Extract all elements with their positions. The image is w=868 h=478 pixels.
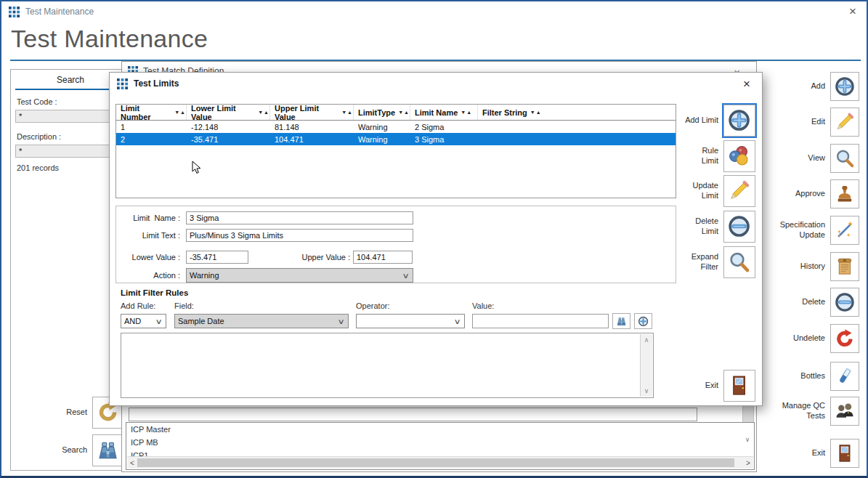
chevron-down-icon: ∨ — [402, 272, 409, 280]
view-button[interactable] — [830, 144, 859, 173]
expand-filter-button[interactable] — [723, 246, 755, 278]
delete-limit-label: Delete Limit — [684, 216, 718, 237]
column-header-limit-number[interactable]: Limit Number▼▲ — [116, 105, 187, 120]
update-limit-button[interactable] — [723, 175, 755, 207]
action-approve: Approve — [795, 179, 859, 208]
action-label: Action : — [153, 271, 180, 280]
column-header-limit-name[interactable]: Limit Name▼▲ — [410, 105, 478, 120]
action-delete: Delete — [802, 288, 859, 317]
column-header-lower-limit-value[interactable]: Lower Limit Value▼▲ — [187, 105, 270, 120]
add-filter-rule-button[interactable] — [634, 313, 652, 329]
find-value-button[interactable] — [612, 313, 630, 329]
approve-button[interactable] — [830, 179, 859, 208]
delete-limit-button[interactable] — [723, 211, 755, 243]
undelete-button[interactable] — [830, 324, 859, 353]
add-button[interactable] — [830, 72, 859, 101]
column-header-limit-type[interactable]: LimitType▼▲ — [354, 105, 410, 120]
sort-icons[interactable]: ▼▲ — [398, 110, 410, 115]
scroll-left-icon[interactable]: < — [127, 459, 137, 467]
add-rule-label: Add Rule: — [121, 301, 155, 310]
filter-expression-box[interactable]: ∧ ∨ — [121, 333, 654, 398]
window-close-icon[interactable]: × — [845, 4, 861, 18]
limit-name-label: Limit Name : — [133, 214, 180, 222]
scroll-down-icon[interactable]: ∨ — [742, 436, 753, 443]
upper-value-label: Upper Value : — [296, 253, 350, 262]
dialog-exit-label: Exit — [684, 381, 718, 391]
column-header-upper-limit-value[interactable]: Upper Limit Value▼▲ — [270, 105, 354, 120]
magic-wand-icon — [835, 220, 855, 240]
magnifier-icon — [835, 148, 855, 169]
dialog-exit-row: Exit — [676, 370, 755, 402]
action-view-label: View — [808, 153, 825, 163]
red-undo-arrow-icon — [835, 328, 855, 349]
upper-value-input[interactable] — [353, 251, 413, 264]
search-row: Search — [62, 434, 124, 466]
test-match-field-input[interactable] — [129, 408, 697, 421]
delete-button[interactable] — [830, 288, 859, 317]
action-specification-update: Specification Update — [770, 216, 859, 245]
action-select[interactable]: Warning ∨ — [186, 268, 413, 283]
sort-icons[interactable]: ▼▲ — [530, 110, 542, 115]
reset-label: Reset — [66, 408, 87, 418]
scroll-up-icon[interactable]: ∧ — [641, 336, 652, 344]
vertical-scrollbar[interactable]: ∧ ∨ — [640, 334, 652, 397]
list-item[interactable]: ICP Master — [126, 423, 754, 435]
limit-text-input[interactable] — [186, 229, 413, 242]
list-item[interactable]: ICP MB — [126, 435, 754, 448]
add-limit-button[interactable] — [723, 105, 755, 137]
action-manage-qc-tests: Manage QC Tests — [774, 397, 859, 426]
limit-name-input[interactable] — [186, 211, 413, 224]
manage-qc-tests-button[interactable] — [830, 397, 859, 426]
rule-limit-button[interactable] — [723, 140, 755, 172]
search-button[interactable] — [92, 434, 124, 466]
binoculars-icon — [97, 439, 119, 461]
app-titlebar: Test Maintenance — [1, 1, 867, 22]
filter-value-input[interactable] — [472, 314, 609, 328]
specification-update-button[interactable] — [830, 216, 859, 245]
scroll-down-icon[interactable]: ∨ — [641, 387, 652, 394]
app-window: Test Maintenance × Test Maintenance Sear… — [0, 0, 868, 478]
rule-limit-row: Rule Limit — [676, 140, 755, 172]
sort-icons[interactable]: ▼▲ — [258, 110, 269, 115]
dialog-close-icon[interactable]: × — [739, 77, 755, 91]
search-label: Search — [62, 445, 87, 455]
mouse-cursor — [192, 161, 201, 174]
action-edit-label: Edit — [811, 117, 825, 127]
dialog-exit-button[interactable] — [723, 370, 755, 402]
bottles-button[interactable] — [830, 362, 859, 391]
three-balls-icon — [728, 145, 750, 167]
update-limit-label: Update Limit — [684, 181, 718, 201]
action-manage-qc-tests-label: Manage QC Tests — [774, 401, 825, 421]
lower-value-label: Lower Value : — [132, 253, 180, 262]
field-select[interactable]: Sample Date ∨ — [174, 314, 349, 328]
records-count: 201 records — [17, 163, 59, 172]
table-row-selected[interactable]: 2 -35.471 104.471 Warning 3 Sigma — [116, 133, 676, 145]
scroll-right-icon[interactable]: > — [743, 459, 753, 467]
sort-icons[interactable]: ▼▲ — [461, 110, 472, 115]
sort-icons[interactable]: ▼▲ — [341, 110, 353, 115]
sort-icons[interactable]: ▼▲ — [174, 110, 186, 115]
table-row[interactable]: 1 -12.148 81.148 Warning 2 Sigma — [116, 121, 676, 133]
action-history-label: History — [800, 262, 825, 272]
description-label: Description : — [17, 132, 61, 141]
chevron-down-icon: ∨ — [453, 317, 461, 325]
add-limit-label: Add Limit — [684, 116, 718, 126]
column-header-filter-string[interactable]: Filter String▼▲ — [478, 105, 676, 120]
history-button[interactable] — [830, 252, 859, 281]
lower-value-input[interactable] — [186, 251, 248, 264]
rule-limit-label: Rule Limit — [684, 146, 718, 166]
horizontal-scroll-thumb[interactable] — [137, 458, 734, 467]
edit-button[interactable] — [830, 108, 859, 137]
minus-circle-icon — [835, 292, 855, 312]
exit-button[interactable] — [830, 439, 859, 468]
horizontal-scrollbar[interactable]: < > — [127, 456, 753, 469]
plus-circle-icon — [637, 316, 649, 327]
limit-form-group: Limit Name : Limit Text : Lower Value : … — [115, 206, 676, 283]
operator-select[interactable]: ∨ — [356, 314, 465, 328]
add-rule-select[interactable]: AND ∨ — [121, 314, 166, 328]
limit-filter-rules-heading: Limit Filter Rules — [121, 288, 188, 297]
delete-limit-row: Delete Limit — [676, 211, 755, 243]
action-bottles: Bottles — [800, 362, 859, 391]
people-icon — [835, 401, 855, 421]
test-tube-icon — [835, 366, 855, 386]
